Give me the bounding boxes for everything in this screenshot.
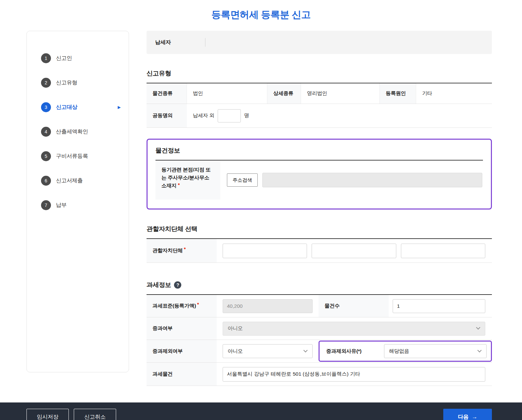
object-count-label: 물건수 [319, 295, 389, 317]
object-count-input[interactable] [393, 299, 485, 313]
main-form: 납세자 신고유형 물건종류 법인 상세종류 영리법인 등록원인 기타 공동명의 [147, 31, 492, 402]
step-number-icon: 2 [41, 78, 51, 88]
bottom-action-bar: 임시저장 신고취소 다음 → [0, 402, 522, 420]
exclusion-reason-select[interactable]: 해당없음 [384, 344, 487, 358]
registered-address-label-text: 등기관련 본점/지점 또는 주사무소/분사무소 소재지 [161, 167, 211, 188]
page: 등록면허세 등록분 신고 1 신고인 2 신고유형 3 신고대상 ▶ 4 산출세… [0, 0, 522, 420]
chevron-down-icon [477, 348, 482, 352]
chevron-down-icon [476, 325, 480, 330]
district-fields [217, 239, 492, 262]
taxpayer-bar: 납세자 [147, 31, 492, 54]
table-row: 과세물건 [147, 363, 492, 386]
exclusion-reason-select-value: 해당없음 [389, 348, 409, 355]
active-step-arrow-icon: ▶ [118, 105, 121, 110]
step-number-icon: 3 [41, 102, 51, 112]
step-label: 신고인 [56, 55, 72, 62]
detail-kind-value: 영리법인 [301, 83, 380, 104]
taxpayer-divider [205, 38, 205, 47]
stepper: 1 신고인 2 신고유형 3 신고대상 ▶ 4 산출세액확인 5 구비서류등록 … [26, 31, 129, 372]
tax-base-label: 과세표준(등록가액) [147, 295, 217, 317]
next-button[interactable]: 다음 → [443, 409, 492, 420]
step-number-icon: 7 [41, 200, 51, 210]
exclusion-reason-group: 중과제외사유(*) 해당없음 [319, 341, 492, 362]
help-icon[interactable]: ? [174, 281, 181, 289]
stepper-item-6[interactable]: 6 신고서제출 [27, 168, 129, 193]
table-row: 중과여부 아니오 [147, 317, 492, 340]
district-input-1[interactable] [223, 244, 307, 258]
district-label-text: 관할자치단체 [152, 247, 183, 254]
detail-kind-label: 상세종류 [267, 83, 301, 104]
step-number-icon: 6 [41, 176, 51, 186]
tax-info-title-text: 과세정보 [147, 281, 171, 289]
chevron-down-icon [303, 348, 308, 352]
arrow-right-icon: → [472, 414, 477, 420]
next-button-label: 다음 [458, 413, 468, 420]
cancel-report-button[interactable]: 신고취소 [74, 409, 116, 420]
temp-save-button[interactable]: 임시저장 [26, 409, 69, 420]
step-label: 신고서제출 [56, 177, 83, 184]
taxable-object-label: 과세물건 [147, 363, 217, 386]
table-row: 공동명의 납세자 외 명 [147, 104, 492, 128]
report-type-section-title: 신고유형 [147, 69, 492, 78]
tax-base-label-text: 과세표준(등록가액) [152, 303, 196, 309]
required-marker [178, 183, 180, 185]
joint-ownership-value: 납세자 외 명 [187, 104, 492, 127]
stepper-item-4[interactable]: 4 산출세액확인 [27, 119, 129, 144]
joint-prefix: 납세자 외 [193, 112, 214, 119]
page-title: 등록면허세 등록분 신고 [0, 0, 522, 31]
taxable-object-field [217, 363, 492, 386]
tax-info-table: 과세표준(등록가액) 물건수 중과여부 아니오 [147, 294, 492, 386]
report-type-table: 물건종류 법인 상세종류 영리법인 등록원인 기타 공동명의 납세자 외 명 [147, 83, 492, 128]
required-marker [184, 248, 186, 249]
district-table: 관할자치단체 [147, 238, 492, 263]
stepper-item-2[interactable]: 2 신고유형 [27, 70, 129, 95]
step-label: 신고대상 [56, 104, 77, 111]
surtax-exclusion-label: 중과제외여부 [147, 340, 217, 362]
district-section-title: 관할자치단체 선택 [147, 225, 492, 233]
surtax-select-value: 아니오 [228, 325, 243, 332]
table-row: 중과제외여부 아니오 중과제외사유(*) 해당없음 [147, 340, 492, 363]
step-label: 구비서류등록 [56, 153, 88, 160]
property-info-highlight-box: 물건정보 등기관련 본점/지점 또는 주사무소/분사무소 소재지 주소검색 [147, 139, 492, 210]
surtax-field: 아니오 [217, 317, 492, 340]
surtax-exclusion-select[interactable]: 아니오 [223, 344, 313, 358]
table-row: 등기관련 본점/지점 또는 주사무소/분사무소 소재지 주소검색 [155, 161, 483, 200]
joint-ownership-label: 공동명의 [147, 104, 187, 127]
address-search-button[interactable]: 주소검색 [227, 173, 258, 187]
taxable-object-input[interactable] [223, 367, 485, 382]
step-label: 산출세액확인 [56, 128, 88, 135]
property-kind-value: 법인 [187, 83, 267, 104]
table-row: 과세표준(등록가액) 물건수 [147, 295, 492, 317]
district-input-3[interactable] [401, 244, 485, 258]
step-number-icon: 5 [41, 151, 51, 161]
object-count-field [389, 295, 492, 317]
step-number-icon: 1 [41, 53, 51, 63]
registration-cause-value: 기타 [416, 83, 492, 104]
tax-base-input [223, 299, 313, 313]
property-info-table: 등기관련 본점/지점 또는 주사무소/분사무소 소재지 주소검색 [155, 160, 483, 200]
step-label: 신고유형 [56, 79, 77, 86]
district-input-2[interactable] [312, 244, 396, 258]
address-input [262, 173, 482, 187]
exclusion-reason-highlight-box: 중과제외사유(*) 해당없음 [319, 340, 492, 362]
tax-base-field [217, 295, 319, 317]
stepper-item-1[interactable]: 1 신고인 [27, 46, 129, 70]
exclusion-reason-label: 중과제외사유(*) [320, 348, 384, 355]
content: 1 신고인 2 신고유형 3 신고대상 ▶ 4 산출세액확인 5 구비서류등록 … [0, 31, 522, 402]
surtax-exclusion-field: 아니오 [217, 340, 319, 362]
surtax-label: 중과여부 [147, 317, 217, 340]
stepper-item-5[interactable]: 5 구비서류등록 [27, 144, 129, 168]
table-row: 물건종류 법인 상세종류 영리법인 등록원인 기타 [147, 83, 492, 104]
district-label: 관할자치단체 [147, 239, 217, 262]
stepper-item-7[interactable]: 7 납부 [27, 193, 129, 217]
step-label: 납부 [56, 202, 66, 209]
taxpayer-label: 납세자 [155, 39, 205, 46]
property-info-section-title: 물건정보 [155, 146, 483, 155]
required-marker [197, 303, 199, 304]
stepper-item-3-active[interactable]: 3 신고대상 ▶ [27, 95, 129, 119]
surtax-exclusion-select-value: 아니오 [228, 348, 243, 355]
registered-address-label: 등기관련 본점/지점 또는 주사무소/분사무소 소재지 [155, 161, 220, 200]
joint-count-input[interactable] [218, 109, 241, 122]
table-row: 관할자치단체 [147, 239, 492, 263]
property-kind-label: 물건종류 [147, 83, 187, 104]
